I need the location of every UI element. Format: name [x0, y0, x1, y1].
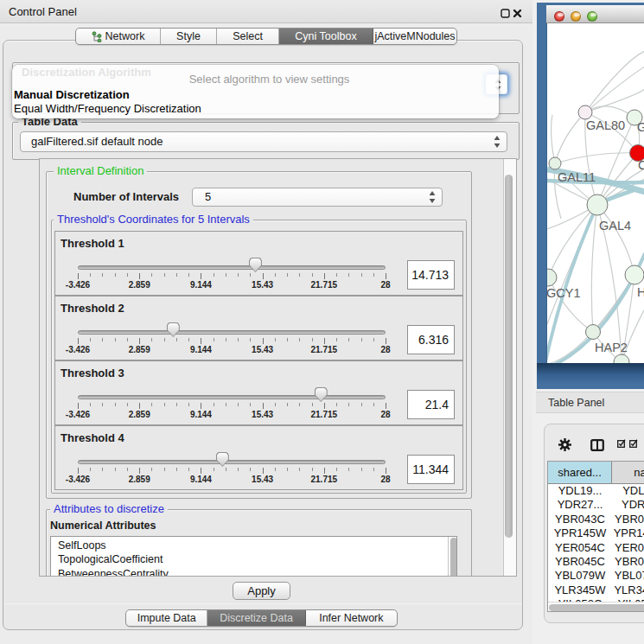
slider-tick-label: 9.144: [175, 410, 226, 419]
tab-cyni-toolbox[interactable]: Cyni Toolbox: [279, 29, 373, 44]
slider-thumb[interactable]: [249, 258, 262, 272]
cell-name: YDL19: [612, 484, 644, 498]
threshold-value-field[interactable]: 14.713: [407, 260, 455, 290]
attribute-list-item[interactable]: TopologicalCoefficient: [51, 552, 444, 566]
slider-minor-tick: [151, 273, 152, 277]
mac-minimize-button[interactable]: [571, 11, 581, 22]
network-node-gal11[interactable]: [549, 157, 561, 169]
scrollbar-thumb[interactable]: [505, 175, 513, 538]
slider-tick-label: 28: [360, 475, 411, 484]
numerical-attributes-list[interactable]: SelfLoopsTopologicalCoefficientBetweenne…: [50, 536, 457, 577]
slider-minor-tick: [336, 273, 337, 277]
network-edge[interactable]: [597, 205, 634, 275]
table-row[interactable]: YPR145WYPR145W: [548, 526, 644, 540]
network-edge[interactable]: [585, 67, 644, 112]
network-edge[interactable]: [585, 51, 644, 112]
threshold-value-field[interactable]: 21.4: [407, 390, 455, 419]
tab-impute-data[interactable]: Impute Data: [126, 610, 207, 626]
column-header-shared-name[interactable]: shared...: [548, 462, 612, 484]
network-node-label: CY: [638, 158, 644, 172]
network-node-hap2[interactable]: [586, 325, 601, 340]
slider-major-tick: [263, 468, 264, 474]
slider-track[interactable]: [78, 330, 386, 335]
network-edge[interactable]: [552, 115, 555, 163]
table-row[interactable]: YDL19...YDL19: [548, 484, 644, 498]
list-scrollbar-thumb[interactable]: [450, 538, 457, 577]
threshold-value-field[interactable]: 11.344: [407, 455, 455, 484]
network-edge[interactable]: [591, 205, 597, 332]
slider-minor-tick: [238, 273, 239, 277]
slider-minor-tick: [127, 273, 128, 277]
table-hscrollbar-thumb[interactable]: [549, 604, 644, 611]
slider-major-tick: [139, 338, 140, 344]
table-hscrollbar-track[interactable]: [548, 602, 644, 612]
slider-tick-label: 28: [360, 345, 411, 354]
table-row[interactable]: YBR045CYBR045C: [548, 555, 644, 569]
slider-minor-tick: [188, 273, 189, 277]
tab-jactivemnodules[interactable]: jActiveMNodules: [373, 29, 456, 44]
gear-icon[interactable]: [558, 438, 571, 451]
tab-network[interactable]: Network: [76, 29, 161, 44]
number-of-intervals-spinner[interactable]: 5: [192, 188, 443, 207]
network-edge[interactable]: [555, 112, 585, 163]
slider-minor-tick: [188, 403, 189, 406]
slider-minor-tick: [336, 403, 337, 406]
close-icon[interactable]: [513, 9, 522, 18]
list-scrollbar-track[interactable]: [448, 537, 457, 577]
slider-minor-tick: [299, 468, 300, 471]
slider-minor-tick: [176, 338, 177, 341]
network-edge[interactable]: [555, 153, 638, 163]
checkbox-icon[interactable]: [629, 439, 638, 448]
tab-infer-network[interactable]: Infer Network: [306, 610, 397, 626]
network-node-h[interactable]: [625, 265, 644, 284]
slider-tick-label: 2.859: [113, 475, 165, 484]
slider-thumb[interactable]: [216, 452, 229, 467]
slider-track[interactable]: [78, 265, 386, 270]
tab-discretize-data[interactable]: Discretize Data: [207, 610, 305, 626]
slider-major-tick: [78, 273, 79, 279]
split-view-icon[interactable]: [590, 439, 604, 451]
slider-thumb[interactable]: [167, 322, 180, 337]
mac-close-button[interactable]: [554, 11, 564, 22]
tab-style[interactable]: Style: [161, 29, 217, 44]
slider-minor-tick: [176, 273, 177, 277]
popup-item-equal-width-frequency-discretization[interactable]: Equal Width/Frequency Discretization: [14, 102, 201, 116]
slider-track[interactable]: [78, 395, 386, 399]
scrollbar-track[interactable]: [503, 159, 516, 576]
slider-minor-tick: [102, 468, 103, 471]
network-node-n9[interactable]: [614, 354, 629, 363]
slider-thumb[interactable]: [315, 387, 328, 402]
network-node-gal80[interactable]: [578, 105, 592, 119]
slider-track[interactable]: [78, 460, 386, 464]
column-header-name[interactable]: na...: [612, 462, 644, 484]
slider-minor-tick: [151, 338, 152, 341]
tab-select[interactable]: Select: [217, 29, 279, 44]
table-row[interactable]: YDR27...YDR27: [548, 498, 644, 512]
apply-button[interactable]: Apply: [233, 582, 290, 600]
slider-tick-label: 9.144: [175, 280, 226, 290]
checkbox-icon[interactable]: [617, 439, 626, 448]
slider-tick-label: 21.715: [298, 345, 350, 354]
network-node-gal4[interactable]: [587, 194, 608, 215]
cell-shared-name: YDL19...: [548, 484, 612, 498]
table-data-combobox[interactable]: galFiltered.sif default node: [20, 131, 507, 152]
slider-minor-tick: [348, 338, 349, 341]
float-window-icon[interactable]: [501, 9, 510, 18]
attribute-list-item[interactable]: SelfLoops: [51, 539, 444, 552]
network-canvas[interactable]: GAL80GACYGAL11GAL4GCY1HAHAP2: [546, 23, 644, 363]
threshold-label: Threshold 4: [61, 431, 124, 444]
table-row[interactable]: YBR043CYBR043C: [548, 513, 644, 526]
popup-item-prompt[interactable]: Select algorithm to view settings: [26, 73, 513, 86]
table-row[interactable]: YER054CYER054C: [548, 541, 644, 555]
attribute-list-item[interactable]: BetweennessCentrality: [51, 567, 444, 577]
table-row[interactable]: YBL079WYBL079W: [548, 569, 644, 583]
threshold-value-field[interactable]: 6.316: [407, 325, 455, 354]
slider-minor-tick: [188, 338, 189, 341]
popup-item-manual-discretization[interactable]: Manual Discretization: [14, 88, 130, 102]
network-node-gcy1[interactable]: [547, 269, 557, 286]
slider-minor-tick: [238, 468, 239, 471]
table-row[interactable]: YLR345WYLR345W: [548, 583, 644, 597]
slider-major-tick: [201, 468, 201, 474]
mac-zoom-button[interactable]: [587, 11, 597, 22]
slider-minor-tick: [312, 468, 313, 471]
